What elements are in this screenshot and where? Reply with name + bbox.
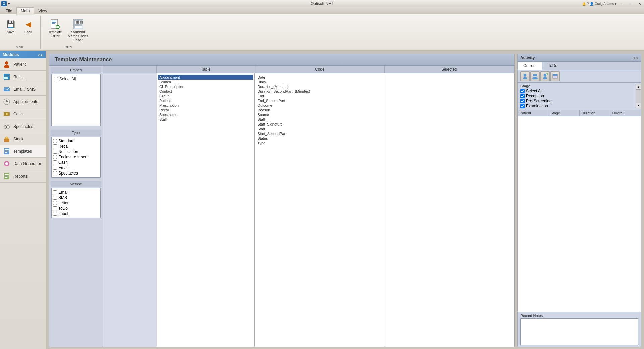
- type-enclosure-insert-checkbox[interactable]: [53, 155, 57, 159]
- type-cash-checkbox[interactable]: [53, 160, 57, 164]
- tab-todo[interactable]: ToDo: [542, 62, 563, 70]
- type-email-checkbox[interactable]: [53, 166, 57, 170]
- stage-section-label: Stage: [520, 84, 636, 88]
- code-item-duration-minutes[interactable]: Duration_(Minutes): [256, 84, 383, 89]
- code-item-status[interactable]: Status: [256, 136, 383, 141]
- stage-examination-checkbox[interactable]: [520, 104, 525, 108]
- table-item-cl-prescription[interactable]: CL Prescription: [158, 84, 253, 89]
- record-notes-body[interactable]: [520, 318, 638, 345]
- method-todo[interactable]: ToDo: [53, 206, 99, 211]
- sidebar-collapse-button[interactable]: ◁◁: [38, 53, 43, 57]
- method-sms-checkbox[interactable]: [53, 196, 57, 200]
- type-email[interactable]: Email: [53, 165, 99, 170]
- stage-reception-checkbox[interactable]: [520, 94, 525, 98]
- sidebar-item-appointments[interactable]: Appointments: [0, 96, 46, 108]
- tab-file[interactable]: File: [1, 7, 16, 14]
- activity-person2-button[interactable]: [530, 71, 540, 81]
- ribbon-group-editor-label: Editor: [64, 44, 72, 49]
- sidebar-item-spectacles[interactable]: Spectacles: [0, 120, 46, 133]
- code-item-duration-secondpart[interactable]: Duration_SecondPart_(Minutes): [256, 89, 383, 94]
- code-item-reason[interactable]: Reason: [256, 108, 383, 112]
- tab-current[interactable]: Current: [518, 62, 542, 70]
- branch-select-all[interactable]: Select All: [53, 76, 99, 82]
- type-spectacles-checkbox[interactable]: [53, 171, 57, 175]
- table-item-contact[interactable]: Contact: [158, 89, 253, 94]
- method-label[interactable]: Label: [53, 211, 99, 216]
- method-letter-checkbox[interactable]: [53, 201, 57, 205]
- sidebar-item-templates[interactable]: Templates: [0, 145, 46, 158]
- restore-button[interactable]: □: [627, 0, 635, 7]
- activity-table-body: [518, 116, 641, 312]
- sidebar-item-data-generator[interactable]: Data Generator: [0, 158, 46, 170]
- ribbon-group-main: 💾 Save ◀ Back Main: [3, 16, 41, 49]
- code-item-type[interactable]: Type: [256, 141, 383, 145]
- type-notification-checkbox[interactable]: [53, 150, 57, 154]
- code-item-outcome[interactable]: Outcome: [256, 103, 383, 108]
- code-item-start[interactable]: Start: [256, 127, 383, 131]
- type-cash[interactable]: Cash: [53, 160, 99, 165]
- sidebar-item-recall[interactable]: Recall: [0, 71, 46, 83]
- table-item-patient[interactable]: Patient: [158, 98, 253, 103]
- close-button[interactable]: ✕: [635, 0, 644, 7]
- save-button[interactable]: 💾 Save: [3, 17, 19, 36]
- type-recall[interactable]: Recall: [53, 144, 99, 149]
- sidebar-item-stock[interactable]: Stock: [0, 133, 46, 145]
- back-button[interactable]: ◀ Back: [20, 17, 36, 36]
- code-item-staff-signature[interactable]: Staff_Signature: [256, 122, 383, 127]
- method-todo-checkbox[interactable]: [53, 206, 57, 210]
- app-icon: O: [1, 1, 7, 6]
- code-item-date[interactable]: Date: [256, 75, 383, 80]
- minimize-button[interactable]: ─: [618, 0, 627, 7]
- activity-person3-button[interactable]: [540, 71, 550, 81]
- table-item-appointment[interactable]: Appointment: [158, 75, 253, 80]
- method-email-checkbox[interactable]: [53, 190, 57, 194]
- sidebar-item-email-sms[interactable]: Email / SMS: [0, 83, 46, 96]
- method-letter[interactable]: Letter: [53, 200, 99, 206]
- table-item-branch[interactable]: Branch: [158, 80, 253, 84]
- template-editor-button[interactable]: TemplateEditor: [46, 17, 64, 40]
- stage-examination[interactable]: Examination: [520, 104, 636, 108]
- stage-select-all-checkbox[interactable]: [520, 89, 525, 93]
- selected-column[interactable]: [384, 73, 514, 347]
- type-notification[interactable]: Notification: [53, 149, 99, 154]
- type-standard[interactable]: Standard: [53, 138, 99, 144]
- code-item-end-secondpart[interactable]: End_SecondPart: [256, 98, 383, 103]
- table-item-prescription[interactable]: Prescription: [158, 103, 253, 108]
- code-item-diary[interactable]: Diary: [256, 80, 383, 84]
- branch-list[interactable]: Select All: [51, 74, 101, 126]
- method-sms[interactable]: SMS: [53, 195, 99, 200]
- branch-select-all-checkbox[interactable]: [54, 77, 58, 81]
- stage-scroll-down[interactable]: ▼: [636, 103, 641, 108]
- activity-calendar-button[interactable]: [550, 71, 560, 81]
- table-item-staff[interactable]: Staff: [158, 117, 253, 122]
- stage-scroll-up[interactable]: ▲: [636, 84, 641, 90]
- method-email[interactable]: Email: [53, 190, 99, 195]
- method-label-checkbox[interactable]: [53, 212, 57, 216]
- tab-view[interactable]: View: [34, 7, 51, 14]
- code-item-end[interactable]: End: [256, 94, 383, 98]
- code-item-start-secondpart[interactable]: Start_SecondPart: [256, 131, 383, 136]
- code-item-staff[interactable]: Staff: [256, 117, 383, 122]
- table-item-group[interactable]: Group: [158, 94, 253, 98]
- stage-reception[interactable]: Reception: [520, 94, 636, 98]
- stage-pre-screening-checkbox[interactable]: [520, 99, 525, 103]
- code-column[interactable]: Date Diary Duration_(Minutes) Duration_S…: [255, 73, 384, 347]
- type-spectacles-label: Spectacles: [58, 171, 78, 176]
- table-item-recall[interactable]: Recall: [158, 108, 253, 112]
- type-recall-checkbox[interactable]: [53, 144, 57, 148]
- activity-expand-button[interactable]: ▷▷: [633, 56, 638, 60]
- type-spectacles[interactable]: Spectacles: [53, 170, 99, 176]
- tab-main[interactable]: Main: [16, 7, 34, 15]
- table-item-spectacles[interactable]: Spectacles: [158, 112, 253, 117]
- stage-select-all[interactable]: Select All: [520, 89, 636, 93]
- sidebar-item-reports[interactable]: Reports: [0, 170, 46, 183]
- table-column[interactable]: Appointment Branch CL Prescription Conta…: [157, 73, 255, 347]
- standard-merge-codes-button[interactable]: ▦ ▦ StandardMerge CodesEditor: [66, 17, 91, 44]
- activity-person1-button[interactable]: [520, 71, 530, 81]
- type-standard-checkbox[interactable]: [53, 139, 57, 143]
- type-enclosure-insert[interactable]: Enclosure Insert: [53, 154, 99, 160]
- stage-pre-screening[interactable]: Pre-Screening: [520, 99, 636, 103]
- code-item-source[interactable]: Source: [256, 112, 383, 117]
- sidebar-item-patient[interactable]: Patient: [0, 58, 46, 71]
- sidebar-item-cash[interactable]: Cash: [0, 108, 46, 120]
